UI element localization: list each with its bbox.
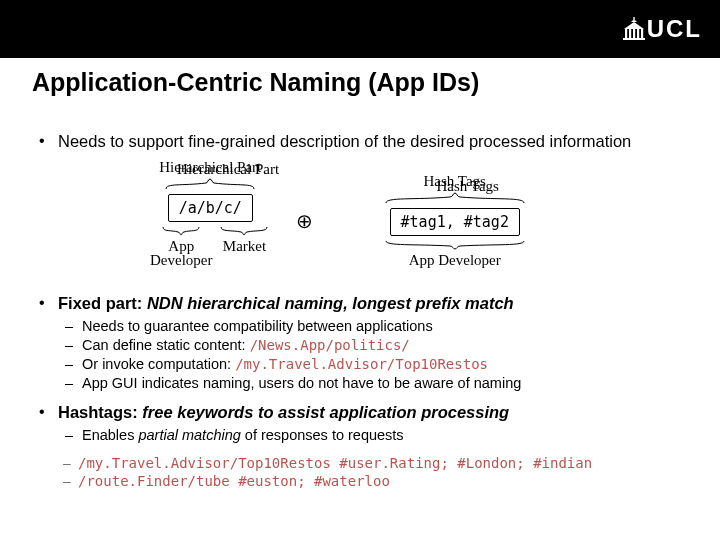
svg-rect-0	[623, 38, 645, 40]
sub-ex1: /my.Travel.Advisor/Top10Restos #user.Rat…	[58, 455, 688, 473]
brace-under-app-icon	[160, 226, 202, 236]
diagram-oplus-icon: ⊕	[296, 209, 313, 233]
svg-rect-1	[625, 29, 627, 38]
header-bar: UCL	[0, 0, 720, 58]
svg-rect-2	[629, 29, 631, 38]
sub-static: Can define static content: /News.App/pol…	[58, 336, 688, 355]
svg-rect-4	[637, 29, 639, 38]
diagram-right-box: #tag1, #tag2	[390, 208, 520, 236]
sub-partial: Enables partial matching of responses to…	[58, 426, 688, 445]
svg-rect-7	[633, 17, 634, 20]
sub-compat: Needs to guarantee compatibility between…	[58, 317, 688, 336]
bullet-hashtags: Hashtags: free keywords to assist applic…	[32, 402, 688, 490]
sub-invoke: Or invoke computation: /my.Travel.Adviso…	[58, 355, 688, 374]
diagram-hashtags-label2: Hash Tags	[339, 173, 570, 190]
diagram-under-developer: Developer	[150, 252, 212, 269]
sub-ex2: /route.Finder/tube #euston; #waterloo	[58, 473, 688, 491]
diagram-under-appdev: App Developer	[339, 252, 570, 269]
ucl-logo: UCL	[623, 15, 702, 43]
svg-rect-5	[641, 29, 643, 38]
brace-under-market-icon	[218, 226, 270, 236]
bullet-fixed-part: Fixed part: NDN hierarchical naming, lon…	[32, 293, 688, 392]
brace-under-right-icon	[380, 240, 530, 250]
diagram-under-market: Market	[218, 238, 270, 255]
brace-top-right-icon	[380, 192, 530, 204]
sub-gui: App GUI indicates naming, users do not h…	[58, 374, 688, 393]
ucl-dome-icon	[623, 17, 645, 41]
bullet-needs: Needs to support fine-grained descriptio…	[32, 131, 688, 151]
slide-title: Application-Centric Naming (App IDs)	[32, 68, 688, 97]
diagram-hier-part-label: Hierarchical Part	[150, 159, 270, 176]
svg-rect-3	[633, 29, 635, 38]
svg-marker-6	[624, 22, 644, 29]
naming-diagram-body: Hierarchical Part /a/b/c/ App Developer	[150, 159, 570, 269]
ucl-logo-text: UCL	[647, 15, 702, 43]
slide-content: Application-Centric Naming (App IDs) Nee…	[0, 58, 720, 491]
brace-top-left-icon	[162, 178, 258, 190]
diagram-left-box: /a/b/c/	[168, 194, 253, 222]
